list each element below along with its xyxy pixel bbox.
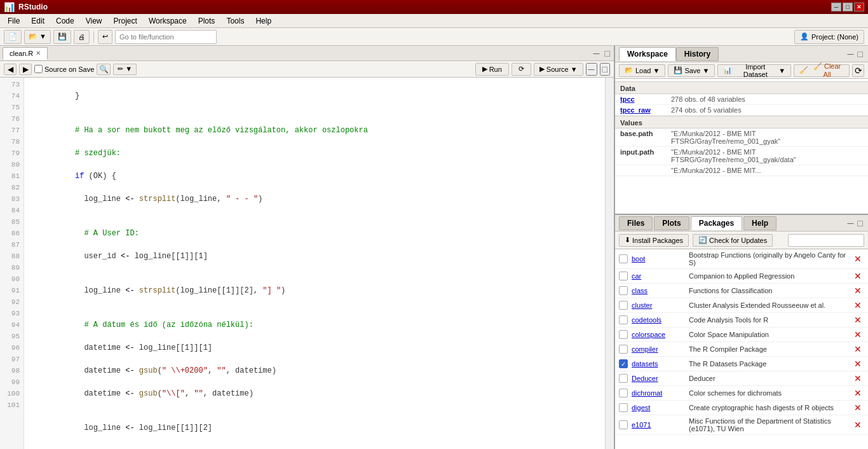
package-checkbox[interactable]	[619, 420, 628, 429]
package-checkbox[interactable]	[619, 374, 628, 383]
editor-minimize-icon[interactable]: ─	[592, 48, 601, 59]
editor-panel-minimize[interactable]: ─	[586, 63, 597, 76]
save-workspace-button[interactable]: 💾 Save ▼	[668, 64, 715, 77]
package-name-link[interactable]: Deducer	[632, 375, 689, 382]
source-on-save-label[interactable]: Source on Save	[34, 65, 94, 73]
new-file-button[interactable]: 📄	[4, 30, 22, 44]
package-name-link[interactable]: class	[632, 287, 689, 294]
package-delete-icon[interactable]: ✕	[851, 359, 864, 369]
menu-code[interactable]: Code	[51, 15, 79, 27]
package-name-link[interactable]: e1071	[632, 421, 689, 429]
package-checkbox[interactable]	[619, 403, 628, 412]
menu-workspace[interactable]: Workspace	[144, 15, 192, 27]
source-label: Source	[546, 66, 569, 73]
import-dataset-button[interactable]: 📊 Import Dataset ▼	[717, 64, 791, 77]
menu-file[interactable]: File	[3, 15, 25, 27]
package-name-link[interactable]: cluster	[632, 301, 689, 309]
clear-all-button[interactable]: 🧹 🧹 Clear All	[794, 64, 850, 77]
maximize-button[interactable]: □	[843, 3, 853, 11]
package-checkbox[interactable]: ✓	[619, 359, 628, 368]
code-scrollbar[interactable]	[605, 78, 614, 449]
package-name-link[interactable]: compiler	[632, 345, 689, 353]
source-on-save-checkbox[interactable]	[34, 65, 43, 73]
files-tab[interactable]: Files	[619, 216, 653, 230]
ws-data-row-tpcc-raw: tpcc_raw 274 obs. of 5 variables	[615, 105, 868, 116]
package-delete-icon[interactable]: ✕	[851, 329, 864, 340]
pkg-maximize-icon[interactable]: □	[857, 218, 864, 228]
editor-panel-maximize[interactable]: □	[600, 63, 610, 76]
package-row: carCompanion to Applied Regression✕	[615, 269, 868, 284]
ws-refresh-button[interactable]: ⟳	[852, 64, 864, 77]
tpcc-link[interactable]: tpcc	[620, 95, 671, 103]
workspace-tab[interactable]: Workspace	[619, 47, 676, 61]
package-checkbox[interactable]	[619, 330, 628, 339]
package-delete-icon[interactable]: ✕	[851, 344, 864, 354]
pkg-minimize-icon[interactable]: ─	[846, 218, 855, 228]
package-delete-icon[interactable]: ✕	[851, 388, 864, 398]
check-updates-button[interactable]: 🔄 Check for Updates	[693, 234, 773, 247]
help-tab[interactable]: Help	[743, 216, 776, 230]
history-tab[interactable]: History	[676, 47, 719, 61]
package-delete-icon[interactable]: ✕	[851, 420, 864, 430]
minimize-button[interactable]: ─	[831, 3, 841, 11]
install-packages-button[interactable]: ⬇ Install Packages	[619, 234, 689, 247]
package-delete-icon[interactable]: ✕	[851, 300, 864, 310]
menu-edit[interactable]: Edit	[26, 15, 50, 27]
tab-close-icon[interactable]: ✕	[36, 50, 41, 57]
tpcc-raw-value: 274 obs. of 5 variables	[671, 106, 863, 114]
package-delete-icon[interactable]: ✕	[851, 286, 864, 296]
load-dropdown-icon: ▼	[653, 67, 660, 74]
editor-forward-button[interactable]: ▶	[19, 64, 32, 75]
menu-project[interactable]: Project	[109, 15, 142, 27]
package-delete-icon[interactable]: ✕	[851, 403, 864, 413]
packages-search-input[interactable]	[788, 234, 864, 247]
rerun-button[interactable]: ⟳	[512, 63, 531, 76]
menu-help[interactable]: Help	[250, 15, 276, 27]
package-description: Color Space Manipulation	[689, 331, 851, 338]
ws-minimize-icon[interactable]: ─	[846, 49, 855, 59]
run-button[interactable]: ▶ Run	[475, 63, 509, 76]
menu-view[interactable]: View	[81, 15, 107, 27]
editor-format-button[interactable]: ✏ ▼	[113, 64, 137, 75]
package-checkbox[interactable]	[619, 272, 628, 280]
close-button[interactable]: ✕	[854, 3, 864, 11]
package-checkbox[interactable]	[619, 315, 628, 324]
open-file-button[interactable]: 📂 ▼	[24, 30, 51, 44]
project-button[interactable]: 👤 Project: (None)	[794, 30, 864, 44]
editor-tab-cleanr[interactable]: clean.R ✕	[3, 47, 48, 60]
package-name-link[interactable]: digest	[632, 404, 689, 411]
package-name-link[interactable]: boot	[632, 255, 689, 263]
tpcc-raw-link[interactable]: tpcc_raw	[620, 106, 671, 114]
code-content[interactable]: } # Ha a sor nem bukott meg az előző viz…	[24, 78, 605, 449]
save-file-button[interactable]: 💾	[53, 30, 71, 44]
packages-tab[interactable]: Packages	[691, 216, 742, 230]
package-checkbox[interactable]	[619, 254, 628, 263]
package-delete-icon[interactable]: ✕	[851, 373, 864, 383]
back-button[interactable]: ↩	[98, 30, 112, 44]
package-name-link[interactable]: dichromat	[632, 389, 689, 397]
package-name-link[interactable]: codetools	[632, 316, 689, 324]
ws-maximize-icon[interactable]: □	[857, 49, 864, 59]
package-name-link[interactable]: colorspace	[632, 331, 689, 338]
menu-tools[interactable]: Tools	[221, 15, 249, 27]
go-to-input[interactable]	[115, 30, 217, 44]
editor-tabbar: clean.R ✕ ─ □	[0, 46, 614, 61]
editor-search-button[interactable]: 🔍	[97, 64, 111, 75]
package-name-link[interactable]: car	[632, 272, 689, 280]
package-delete-icon[interactable]: ✕	[851, 271, 864, 281]
package-name-link[interactable]: datasets	[632, 360, 689, 368]
source-button[interactable]: ▶ Source ▼	[534, 63, 583, 76]
menu-plots[interactable]: Plots	[193, 15, 220, 27]
code-editor[interactable]: 73 74 75 76 77 78 79 80 81 82 83 84 85 8…	[0, 78, 614, 449]
plots-tab[interactable]: Plots	[654, 216, 689, 230]
package-checkbox[interactable]	[619, 345, 628, 354]
package-checkbox[interactable]	[619, 301, 628, 310]
package-checkbox[interactable]	[619, 389, 628, 397]
package-delete-icon[interactable]: ✕	[851, 254, 864, 264]
package-delete-icon[interactable]: ✕	[851, 315, 864, 325]
load-button[interactable]: 📂 Load ▼	[619, 64, 665, 77]
editor-back-button[interactable]: ◀	[4, 64, 17, 75]
print-button[interactable]: 🖨	[74, 30, 90, 44]
package-checkbox[interactable]	[619, 286, 628, 295]
editor-maximize-icon[interactable]: □	[604, 48, 611, 59]
